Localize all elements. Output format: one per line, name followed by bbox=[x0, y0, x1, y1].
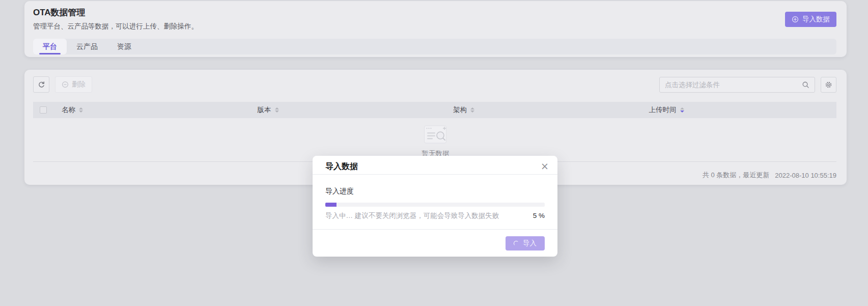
sort-desc-icon-active[interactable] bbox=[680, 110, 684, 113]
sorter-name[interactable] bbox=[79, 107, 83, 113]
close-icon[interactable]: × bbox=[541, 161, 549, 171]
progress-bar bbox=[325, 203, 545, 207]
sort-asc-icon[interactable] bbox=[470, 107, 474, 109]
column-header-version[interactable]: 版本 bbox=[249, 105, 445, 115]
tab-cloud-products-label: 云产品 bbox=[76, 42, 98, 51]
progress-fill bbox=[325, 203, 337, 207]
settings-button[interactable] bbox=[821, 77, 836, 93]
gear-icon bbox=[825, 81, 832, 89]
column-header-architecture-label: 架构 bbox=[453, 105, 467, 115]
header-card: OTA数据管理 管理平台、云产品等数据，可以进行上传、删除操作。 导入数据 平台… bbox=[24, 1, 847, 57]
tab-platform[interactable]: 平台 bbox=[33, 39, 67, 54]
filter-input[interactable] bbox=[659, 77, 815, 93]
refresh-button[interactable] bbox=[33, 76, 49, 93]
delete-button-label: 删除 bbox=[72, 80, 86, 89]
plus-circle-icon bbox=[792, 16, 799, 23]
table-footer: 共 0 条数据，最近更新 2022-08-10 10:55:19 bbox=[703, 169, 836, 182]
refresh-icon bbox=[38, 81, 45, 89]
column-header-architecture[interactable]: 架构 bbox=[445, 105, 641, 115]
minus-circle-icon bbox=[62, 81, 69, 88]
sorter-upload-time[interactable] bbox=[680, 107, 684, 113]
column-header-upload-time-label: 上传时间 bbox=[649, 105, 677, 115]
import-data-button-label: 导入数据 bbox=[802, 15, 830, 24]
modal-footer: 导入 bbox=[313, 229, 557, 257]
search-icon bbox=[802, 81, 809, 89]
loading-spinner-icon bbox=[514, 241, 519, 246]
sorter-version[interactable] bbox=[275, 107, 279, 113]
modal-import-button-label: 导入 bbox=[523, 239, 537, 248]
progress-hint-text: 导入中… 建议不要关闭浏览器，可能会导致导入数据失败 bbox=[325, 211, 499, 220]
delete-button[interactable]: 删除 bbox=[55, 76, 92, 93]
import-data-button[interactable]: 导入数据 bbox=[785, 12, 836, 27]
column-header-upload-time[interactable]: 上传时间 bbox=[641, 105, 837, 115]
sort-asc-icon[interactable] bbox=[79, 107, 83, 109]
empty-data-icon bbox=[424, 124, 448, 147]
page-title: OTA数据管理 bbox=[33, 7, 86, 18]
page-subtitle: 管理平台、云产品等数据，可以进行上传、删除操作。 bbox=[33, 22, 198, 31]
table-summary-text: 共 0 条数据，最近更新 bbox=[703, 171, 769, 180]
last-updated-timestamp: 2022-08-10 10:55:19 bbox=[775, 172, 836, 179]
tab-cloud-products[interactable]: 云产品 bbox=[67, 39, 107, 54]
empty-state: 暂无数据 bbox=[24, 124, 847, 158]
tab-resources-label: 资源 bbox=[117, 42, 131, 51]
select-all-checkbox[interactable] bbox=[40, 106, 47, 114]
tabs-bar: 平台 云产品 资源 bbox=[33, 39, 836, 54]
progress-info-row: 导入中… 建议不要关闭浏览器，可能会导致导入数据失败 5 % bbox=[325, 211, 545, 220]
sort-asc-icon[interactable] bbox=[680, 107, 684, 109]
table-header-row: 名称 版本 架构 上传时间 bbox=[33, 102, 836, 118]
column-header-name[interactable]: 名称 bbox=[53, 105, 249, 115]
progress-label: 导入进度 bbox=[325, 187, 545, 196]
table-header-checkbox-cell bbox=[33, 106, 53, 114]
tab-platform-label: 平台 bbox=[43, 42, 57, 51]
column-header-version-label: 版本 bbox=[258, 105, 271, 115]
tab-resources[interactable]: 资源 bbox=[107, 39, 141, 54]
modal-title: 导入数据 bbox=[325, 161, 358, 172]
sort-desc-icon[interactable] bbox=[470, 110, 474, 113]
modal-header: 导入数据 × bbox=[313, 156, 557, 175]
import-data-modal: 导入数据 × 导入进度 导入中… 建议不要关闭浏览器，可能会导致导入数据失败 5… bbox=[313, 156, 557, 257]
sorter-architecture[interactable] bbox=[470, 107, 474, 113]
column-header-name-label: 名称 bbox=[62, 105, 75, 115]
sort-desc-icon[interactable] bbox=[275, 110, 279, 113]
sort-desc-icon[interactable] bbox=[79, 110, 83, 113]
modal-body: 导入进度 导入中… 建议不要关闭浏览器，可能会导致导入数据失败 5 % bbox=[313, 175, 557, 220]
sort-asc-icon[interactable] bbox=[275, 107, 279, 109]
modal-import-button[interactable]: 导入 bbox=[506, 236, 545, 251]
progress-percent-value: 5 % bbox=[533, 212, 545, 219]
filter-text-field[interactable] bbox=[665, 81, 802, 89]
